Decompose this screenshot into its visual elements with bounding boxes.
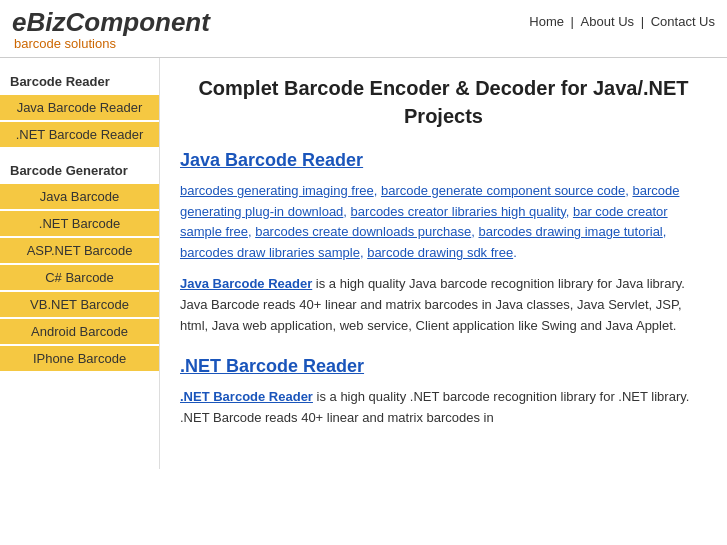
link-barcodes-generating[interactable]: barcodes generating imaging free [180,183,374,198]
logo-title: eBizComponent [12,8,210,37]
section-net-reader: .NET Barcode Reader .NET Barcode Reader … [180,356,707,429]
header: eBizComponent barcode solutions Home | A… [0,0,727,58]
page-title: Complet Barcode Encoder & Decoder for Ja… [180,74,707,130]
net-reader-description: .NET Barcode Reader is a high quality .N… [180,387,707,429]
top-nav: Home | About Us | Contact Us [529,8,715,29]
sidebar-item-iphone-barcode[interactable]: IPhone Barcode [0,346,159,371]
sidebar-item-java-barcode[interactable]: Java Barcode [0,184,159,209]
java-reader-description: Java Barcode Reader is a high quality Ja… [180,274,707,336]
link-barcode-generate[interactable]: barcode generate component source code [381,183,625,198]
java-reader-links: barcodes generating imaging free, barcod… [180,181,707,264]
net-reader-inline-link[interactable]: .NET Barcode Reader [180,389,313,404]
nav-about[interactable]: About Us [581,14,634,29]
nav-sep2: | [641,14,648,29]
java-reader-inline-link[interactable]: Java Barcode Reader [180,276,312,291]
sidebar-item-net-barcode[interactable]: .NET Barcode [0,211,159,236]
logo-e: e [12,7,26,37]
logo-sub: barcode solutions [14,37,210,51]
link-barcodes-draw[interactable]: barcodes draw libraries sample [180,245,360,260]
nav-sep1: | [571,14,578,29]
sidebar-item-csharp-barcode[interactable]: C# Barcode [0,265,159,290]
sidebar-section-reader-title: Barcode Reader [0,68,159,93]
logo-area: eBizComponent barcode solutions [12,8,210,51]
sidebar-section-generator-title: Barcode Generator [0,157,159,182]
link-barcodes-create[interactable]: barcodes create downloads purchase [255,224,471,239]
sidebar-item-android-barcode[interactable]: Android Barcode [0,319,159,344]
nav-contact[interactable]: Contact Us [651,14,715,29]
sidebar-item-net-barcode-reader[interactable]: .NET Barcode Reader [0,122,159,147]
nav-home[interactable]: Home [529,14,564,29]
net-reader-heading[interactable]: .NET Barcode Reader [180,356,707,377]
link-barcodes-drawing[interactable]: barcodes drawing image tutorial [478,224,662,239]
java-reader-heading[interactable]: Java Barcode Reader [180,150,707,171]
logo-rest: BizComponent [26,7,209,37]
sidebar-item-aspnet-barcode[interactable]: ASP.NET Barcode [0,238,159,263]
main-layout: Barcode Reader Java Barcode Reader .NET … [0,58,727,469]
link-barcode-drawing-sdk[interactable]: barcode drawing sdk free [367,245,513,260]
sidebar-item-vbnet-barcode[interactable]: VB.NET Barcode [0,292,159,317]
section-java-reader: Java Barcode Reader barcodes generating … [180,150,707,337]
content-area: Complet Barcode Encoder & Decoder for Ja… [160,58,727,469]
link-barcodes-creator[interactable]: barcodes creator libraries high quality [351,204,566,219]
sidebar: Barcode Reader Java Barcode Reader .NET … [0,58,160,469]
sidebar-item-java-barcode-reader[interactable]: Java Barcode Reader [0,95,159,120]
